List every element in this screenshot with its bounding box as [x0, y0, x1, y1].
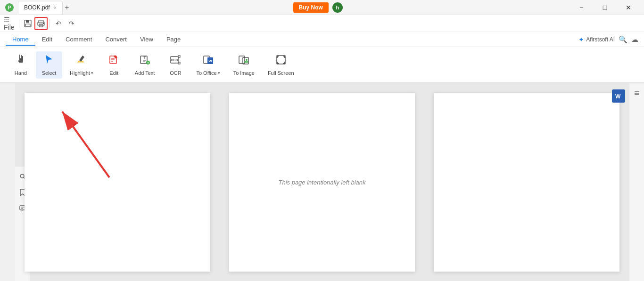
to-image-label: To Image	[233, 70, 255, 76]
word-doc-icon: W	[614, 91, 623, 101]
to-office-dropdown-arrow: ▾	[218, 71, 220, 75]
svg-rect-23	[178, 56, 180, 57]
titlebar: P BOOK.pdf × + Buy Now h − □ ✕	[0, 0, 644, 15]
window-controls: − □ ✕	[570, 0, 639, 15]
main-content: This page intentionally left blank	[15, 83, 644, 281]
tab-filename: BOOK.pdf	[24, 4, 50, 11]
properties-icon	[634, 90, 640, 96]
ribbon: Hand Select Highlight ▾	[0, 47, 644, 83]
pdf-page-left	[25, 93, 210, 272]
undo-button[interactable]: ↶	[52, 17, 65, 30]
properties-button[interactable]	[631, 87, 643, 99]
pdf-viewer: This page intentionally left blank	[15, 83, 629, 281]
redo-button[interactable]: ↷	[65, 17, 78, 30]
maximize-button[interactable]: □	[594, 0, 616, 15]
add-text-icon: T +	[139, 54, 150, 68]
right-panel	[629, 83, 644, 281]
user-avatar[interactable]: h	[332, 2, 343, 13]
tab-edit[interactable]: Edit	[35, 34, 59, 46]
menu-tabs: Home Edit Comment Convert View Page ✦ Af…	[0, 32, 644, 47]
ocr-icon: OCR	[170, 54, 181, 68]
to-office-icon: W	[203, 54, 214, 68]
ai-assistant-button[interactable]: ✦ Afirstsoft AI	[578, 36, 615, 43]
svg-point-30	[246, 59, 248, 61]
document-tab[interactable]: BOOK.pdf ×	[18, 1, 63, 14]
to-office-label: To Office	[196, 70, 216, 76]
new-tab-button[interactable]: +	[65, 3, 69, 12]
add-text-label: Add Text	[135, 70, 155, 76]
hand-tool-button[interactable]: Hand	[8, 51, 34, 79]
select-label: Select	[42, 70, 57, 76]
tab-comment[interactable]: Comment	[59, 34, 99, 46]
add-text-button[interactable]: T + Add Text	[129, 51, 161, 79]
ai-label: Afirstsoft AI	[586, 36, 615, 43]
quick-access-toolbar: ☰ File ↶ ↷	[0, 15, 644, 32]
select-tool-button[interactable]: Select	[36, 51, 62, 79]
svg-rect-5	[39, 20, 43, 23]
to-office-label-row: To Office ▾	[196, 70, 220, 76]
tab-view[interactable]: View	[133, 34, 160, 46]
svg-rect-29	[243, 57, 248, 64]
save-icon	[24, 20, 32, 27]
highlight-dropdown-arrow: ▾	[91, 71, 93, 75]
ai-star-icon: ✦	[578, 36, 584, 43]
ocr-button[interactable]: OCR OCR	[162, 51, 189, 79]
buy-now-button[interactable]: Buy Now	[293, 2, 329, 13]
edit-label: Edit	[109, 70, 118, 76]
ocr-label: OCR	[170, 70, 181, 76]
svg-text:T: T	[144, 56, 146, 60]
fullscreen-button[interactable]: Full Screen	[262, 51, 300, 79]
edit-icon	[108, 54, 120, 68]
svg-rect-8	[43, 23, 44, 24]
tab-close-button[interactable]: ×	[54, 5, 57, 10]
fullscreen-label: Full Screen	[268, 70, 294, 76]
svg-rect-10	[77, 62, 84, 63]
tab-convert[interactable]: Convert	[99, 34, 133, 46]
highlight-label-row: Highlight ▾	[70, 70, 93, 76]
search-button[interactable]: 🔍	[619, 35, 627, 44]
svg-rect-31	[277, 56, 285, 64]
select-icon	[43, 54, 55, 68]
word-icon-overlay[interactable]: W	[612, 89, 625, 103]
separator2	[50, 19, 50, 28]
svg-point-32	[20, 174, 24, 178]
file-menu-button[interactable]: ☰ File	[4, 17, 17, 30]
svg-rect-3	[26, 20, 29, 23]
svg-text:W: W	[208, 59, 212, 63]
highlight-tool-button[interactable]: Highlight ▾	[64, 51, 99, 79]
close-button[interactable]: ✕	[618, 0, 639, 15]
save-button[interactable]	[21, 17, 34, 30]
svg-text:P: P	[8, 5, 11, 10]
pdf-page-right	[434, 93, 619, 272]
toolbar-area: ☰ File ↶ ↷ Home Edit Comment	[0, 15, 644, 83]
page-blank-text: This page intentionally left blank	[278, 179, 365, 186]
highlight-label: Highlight	[70, 70, 90, 76]
svg-text:W: W	[615, 93, 621, 100]
svg-rect-4	[25, 24, 30, 26]
to-office-button[interactable]: W To Office ▾	[190, 51, 225, 79]
hand-icon	[15, 54, 26, 68]
minimize-button[interactable]: −	[570, 0, 592, 15]
svg-text:OCR: OCR	[171, 58, 179, 62]
hand-label: Hand	[15, 70, 27, 76]
print-icon	[37, 20, 45, 27]
cloud-button[interactable]: ☁	[631, 35, 638, 44]
edit-tool-button[interactable]: Edit	[101, 51, 127, 79]
print-button[interactable]	[34, 17, 48, 30]
highlight-icon	[76, 54, 87, 68]
app-logo: P	[5, 3, 14, 12]
to-image-icon	[238, 54, 249, 68]
tab-page[interactable]: Page	[160, 34, 187, 46]
fullscreen-icon	[275, 54, 287, 68]
separator	[19, 19, 19, 28]
to-image-button[interactable]: To Image	[228, 51, 260, 79]
svg-text:+: +	[147, 61, 149, 65]
tab-home[interactable]: Home	[6, 34, 35, 46]
pdf-page-center: This page intentionally left blank	[229, 93, 415, 272]
